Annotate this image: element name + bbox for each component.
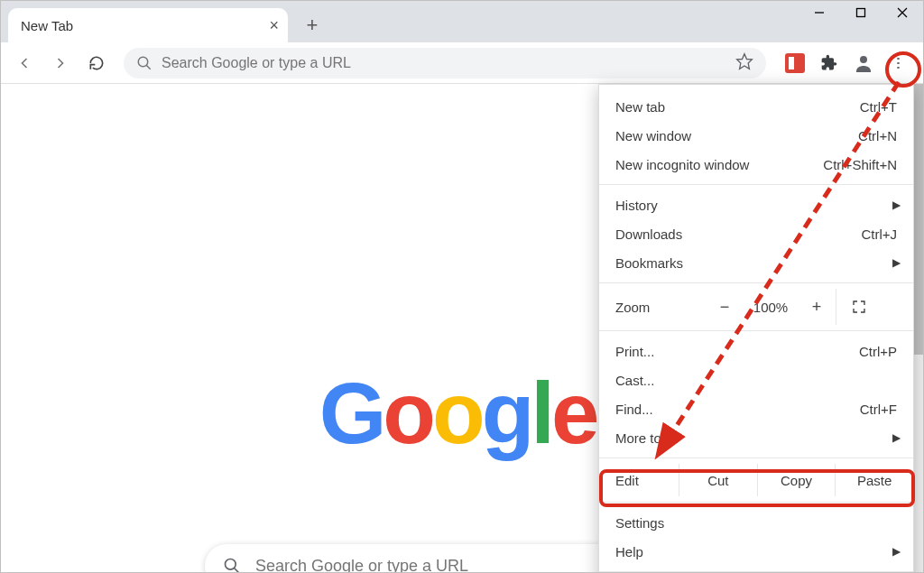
zoom-in-button[interactable]: +	[798, 298, 836, 317]
menu-label: Help	[615, 544, 643, 559]
menu-incognito[interactable]: New incognito window Ctrl+Shift+N	[599, 150, 913, 179]
submenu-arrow-icon: ▶	[892, 545, 901, 558]
new-tab-button[interactable]: +	[297, 10, 328, 41]
menu-cast[interactable]: Cast...	[599, 365, 913, 394]
menu-label: Find...	[615, 402, 653, 417]
menu-shortcut: Ctrl+J	[861, 226, 897, 242]
reload-button[interactable]	[80, 47, 113, 79]
menu-downloads[interactable]: Downloads Ctrl+J	[599, 219, 913, 248]
submenu-arrow-icon: ▶	[892, 431, 901, 444]
toolbar	[1, 42, 923, 84]
bookmark-star-icon[interactable]	[735, 52, 753, 73]
window-controls	[799, 1, 923, 24]
menu-label: More tools	[615, 430, 679, 446]
toolbar-icons	[777, 52, 916, 74]
extensions-puzzle-icon[interactable]	[818, 52, 840, 74]
menu-separator	[599, 282, 913, 283]
google-logo: Google	[319, 364, 596, 463]
profile-avatar-icon[interactable]	[853, 52, 874, 74]
menu-print[interactable]: Print... Ctrl+P	[599, 337, 913, 365]
menu-separator	[599, 457, 913, 458]
menu-history[interactable]: History ▶	[599, 190, 913, 219]
menu-separator	[599, 571, 913, 572]
extension-icon-red[interactable]	[784, 52, 806, 74]
forward-button[interactable]	[44, 47, 77, 79]
menu-label: Bookmarks	[615, 255, 683, 271]
zoom-value: 100%	[744, 300, 798, 315]
menu-settings[interactable]: Settings	[599, 508, 913, 537]
scrollbar-thumb[interactable]	[914, 84, 923, 355]
search-icon	[223, 557, 241, 572]
tab-title: New Tab	[21, 18, 73, 33]
tab-close-icon[interactable]: ×	[269, 17, 279, 33]
tab-new-tab[interactable]: New Tab ×	[8, 8, 288, 42]
menu-label: Zoom	[615, 300, 706, 315]
scrollbar-track[interactable]	[914, 84, 923, 572]
chrome-menu-button[interactable]	[887, 52, 909, 74]
svg-marker-6	[737, 54, 753, 69]
menu-shortcut: Ctrl+F	[860, 402, 897, 417]
edit-copy-button[interactable]: Copy	[757, 464, 836, 496]
menu-label: New incognito window	[615, 157, 749, 172]
submenu-arrow-icon: ▶	[892, 199, 901, 211]
back-button[interactable]	[8, 47, 41, 79]
fullscreen-icon	[852, 300, 866, 314]
menu-label: Cast...	[615, 373, 654, 388]
svg-rect-1	[857, 9, 865, 17]
menu-shortcut: Ctrl+N	[858, 128, 897, 143]
menu-label: New tab	[615, 99, 665, 115]
fullscreen-button[interactable]	[836, 289, 881, 325]
menu-shortcut: Ctrl+T	[860, 99, 897, 115]
menu-edit-row: Edit Cut Copy Paste	[599, 464, 913, 496]
menu-separator	[599, 184, 913, 185]
menu-label: Edit	[615, 464, 679, 496]
kebab-icon	[890, 55, 906, 71]
menu-label: Print...	[615, 344, 654, 359]
menu-separator	[599, 330, 913, 331]
menu-separator	[599, 502, 913, 503]
edit-paste-button[interactable]: Paste	[835, 464, 913, 496]
omnibox[interactable]	[124, 48, 766, 79]
minimize-button[interactable]	[799, 1, 840, 24]
maximize-button[interactable]	[840, 1, 882, 24]
menu-label: Settings	[615, 515, 664, 531]
search-icon	[136, 55, 152, 71]
menu-help[interactable]: Help ▶	[599, 537, 913, 566]
tab-strip: New Tab × +	[1, 1, 923, 42]
menu-new-tab[interactable]: New tab Ctrl+T	[599, 92, 913, 121]
edit-cut-button[interactable]: Cut	[679, 464, 757, 496]
menu-new-window[interactable]: New window Ctrl+N	[599, 121, 913, 150]
menu-shortcut: Ctrl+P	[859, 344, 897, 359]
menu-label: Downloads	[615, 226, 682, 242]
close-window-button[interactable]	[882, 1, 923, 24]
menu-label: History	[615, 198, 658, 213]
svg-point-4	[138, 57, 148, 67]
submenu-arrow-icon: ▶	[892, 256, 901, 269]
menu-label: New window	[615, 128, 691, 143]
svg-line-9	[235, 568, 239, 573]
svg-point-7	[860, 56, 867, 63]
menu-find[interactable]: Find... Ctrl+F	[599, 394, 913, 423]
omnibox-input[interactable]	[162, 55, 726, 71]
menu-bookmarks[interactable]: Bookmarks ▶	[599, 248, 913, 277]
menu-zoom-row: Zoom − 100% +	[599, 289, 913, 325]
svg-point-8	[226, 559, 236, 570]
svg-line-5	[146, 65, 151, 69]
zoom-out-button[interactable]: −	[706, 298, 744, 317]
menu-more-tools[interactable]: More tools ▶	[599, 423, 913, 452]
menu-shortcut: Ctrl+Shift+N	[823, 157, 897, 172]
chrome-menu: New tab Ctrl+T New window Ctrl+N New inc…	[598, 84, 914, 573]
